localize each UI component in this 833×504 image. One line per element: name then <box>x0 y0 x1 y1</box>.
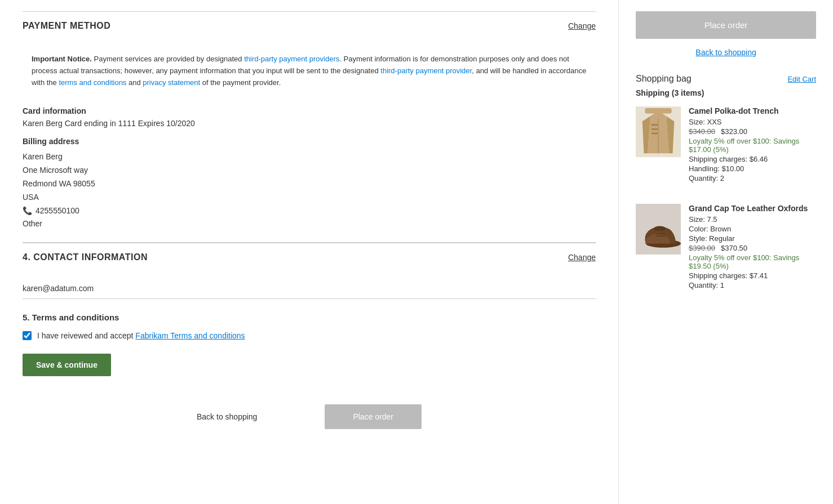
terms-checkbox[interactable] <box>23 331 32 340</box>
contact-email: karen@adatum.com <box>23 278 596 299</box>
sidebar: Place order Back to shopping Shopping ba… <box>619 0 833 504</box>
cart-item-1-original-price: $340.00 <box>689 127 715 136</box>
phone-icon: 📞 <box>23 204 32 218</box>
cart-item-1-image <box>636 106 681 157</box>
bottom-bar: Back to shopping Place order <box>23 387 596 440</box>
third-party-link-1[interactable]: third-party payment providers <box>244 55 339 63</box>
shipping-count: Shipping (3 items) <box>636 88 816 97</box>
third-party-link-2[interactable]: third-party payment provider <box>380 66 472 75</box>
svg-rect-5 <box>652 124 658 126</box>
cart-item-1-current-price: $323.00 <box>721 127 747 136</box>
billing-other: Other <box>23 217 596 231</box>
terms-section: 5. Terms and conditions I have reivewed … <box>23 313 596 376</box>
back-to-shopping-link-sidebar[interactable]: Back to shopping <box>636 48 816 57</box>
place-order-button-sidebar: Place order <box>636 11 816 39</box>
cart-item-2-title: Grand Cap Toe Leather Oxfords <box>689 204 816 213</box>
cart-item-1-title: Camel Polka-dot Trench <box>689 106 816 115</box>
notice-bold: Important Notice. <box>32 55 92 63</box>
svg-point-9 <box>654 226 666 231</box>
card-info-label: Card information <box>23 106 596 115</box>
billing-country: USA <box>23 191 596 204</box>
billing-phone: 4255550100 <box>36 204 79 218</box>
contact-change-link[interactable]: Change <box>568 253 596 262</box>
cart-item-2-loyalty: Loyalty 5% off over $100: Savings $19.50… <box>689 253 816 270</box>
terms-text: I have reivewed and accept Fabrikam Term… <box>37 331 245 340</box>
privacy-link[interactable]: privacy statement <box>143 78 200 87</box>
cart-item-2: Grand Cap Toe Leather Oxfords Size: 7.5 … <box>636 204 816 300</box>
back-to-shopping-link-bottom[interactable]: Back to shopping <box>197 412 257 421</box>
cart-item-1-details: Camel Polka-dot Trench Size: XXS $340.00… <box>689 106 816 184</box>
payment-change-link[interactable]: Change <box>568 21 596 30</box>
billing-label: Billing address <box>23 137 596 146</box>
cart-item-2-price: $390.00 $370.50 <box>689 244 816 252</box>
billing-name: Karen Berg <box>23 150 596 164</box>
cart-item-1-price: $340.00 $323.00 <box>689 127 816 136</box>
cart-item-2-current-price: $370.50 <box>721 244 747 252</box>
payment-section-header: PAYMENT METHOD Change <box>23 11 596 38</box>
cart-item-1-size: Size: XXS <box>689 118 816 126</box>
cart-item-2-style: Style: Regular <box>689 234 816 243</box>
billing-city: Redmond WA 98055 <box>23 177 596 191</box>
shopping-bag-header: Shopping bag Edit Cart <box>636 74 816 84</box>
contact-section-title: 4. CONTACT INFORMATION <box>23 252 148 262</box>
cart-item-2-image <box>636 204 681 255</box>
svg-rect-6 <box>652 128 658 130</box>
card-info-section: Card information Karen Berg Card ending … <box>23 106 596 231</box>
cart-item-1-quantity: Quantity: 2 <box>689 174 816 182</box>
terms-link-notice[interactable]: terms and conditions <box>59 78 126 87</box>
svg-rect-7 <box>652 132 658 134</box>
cart-item-1-handling: Handling: $10.00 <box>689 164 816 173</box>
cart-item-1-loyalty: Loyalty 5% off over $100: Savings $17.00… <box>689 137 816 154</box>
contact-section-header: 4. CONTACT INFORMATION Change <box>23 243 596 269</box>
save-continue-button[interactable]: Save & continue <box>23 354 111 376</box>
payment-section-title: PAYMENT METHOD <box>23 21 110 31</box>
cart-item-2-shipping: Shipping charges: $7.41 <box>689 271 816 280</box>
cart-item-1-shipping: Shipping charges: $6.46 <box>689 155 816 163</box>
cart-item-2-quantity: Quantity: 1 <box>689 281 816 289</box>
cart-item-2-size: Size: 7.5 <box>689 215 816 224</box>
card-info-value: Karen Berg Card ending in 1111 Expires 1… <box>23 119 596 128</box>
terms-row: I have reivewed and accept Fabrikam Term… <box>23 331 596 340</box>
cart-item-2-details: Grand Cap Toe Leather Oxfords Size: 7.5 … <box>689 204 816 291</box>
edit-cart-link[interactable]: Edit Cart <box>787 75 816 83</box>
billing-phone-row: 📞 4255550100 <box>23 204 596 218</box>
billing-street: One Microsoft way <box>23 164 596 177</box>
cart-item-2-color: Color: Brown <box>689 225 816 233</box>
payment-notice: Important Notice. Payment services are p… <box>23 47 596 95</box>
notice-text: Payment services are provided by designa… <box>32 55 586 87</box>
cart-item-1: Camel Polka-dot Trench Size: XXS $340.00… <box>636 106 816 193</box>
shopping-bag-title: Shopping bag <box>636 74 692 84</box>
terms-title: 5. Terms and conditions <box>23 313 596 322</box>
terms-conditions-link[interactable]: Fabrikam Terms and conditions <box>135 331 245 340</box>
cart-item-2-original-price: $390.00 <box>689 244 715 252</box>
main-content: PAYMENT METHOD Change Important Notice. … <box>0 0 619 504</box>
place-order-button-bottom: Place order <box>325 404 422 429</box>
billing-address: Karen Berg One Microsoft way Redmond WA … <box>23 150 596 231</box>
